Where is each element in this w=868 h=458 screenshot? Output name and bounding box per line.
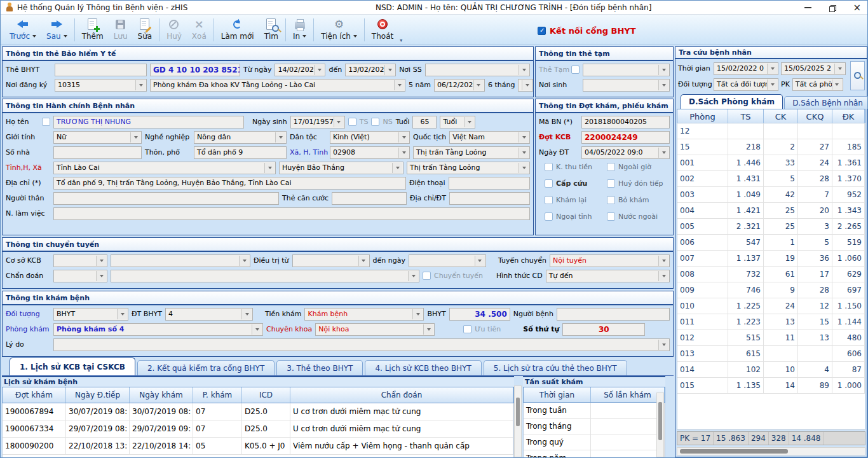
- toolbar-overflow-icon[interactable]: ▾: [400, 38, 402, 43]
- chevron-down-icon[interactable]: [412, 309, 423, 319]
- bhyt-connect-checkbox[interactable]: [538, 27, 546, 35]
- add-button[interactable]: Thêm: [77, 15, 109, 45]
- ho-ten-input[interactable]: TRƯƠNG THỊ NHUNG: [53, 116, 244, 128]
- save-button[interactable]: Lưu: [109, 15, 133, 45]
- edit-button[interactable]: Sửa: [133, 15, 158, 45]
- dropdown-caret-icon[interactable]: [302, 35, 306, 38]
- lookup-row[interactable]: 15218227185: [677, 139, 865, 155]
- chevron-down-icon[interactable]: [398, 148, 409, 158]
- lookup-col-header[interactable]: ĐK: [832, 109, 865, 124]
- lookup-row[interactable]: 0125151113480: [677, 330, 865, 346]
- tab-danh-sach-benh-nhan[interactable]: D.Sách Bệnh nhân: [784, 96, 868, 109]
- lookup-row[interactable]: 00654715519: [677, 235, 865, 251]
- lookup-row[interactable]: 0087326117629: [677, 267, 865, 282]
- chevron-down-icon[interactable]: [767, 80, 777, 90]
- can-cuoc-input[interactable]: [332, 192, 407, 205]
- lookup-row[interactable]: 12: [677, 123, 865, 139]
- ngoai-gio-checkbox-item[interactable]: Ngoài giờ: [607, 163, 669, 171]
- frequency-row[interactable]: Trong quý: [524, 434, 665, 450]
- chan-doan-code-combo[interactable]: [53, 270, 107, 282]
- chevron-down-icon[interactable]: [475, 256, 485, 266]
- lookup-row[interactable]: 0151 .13514891 .000: [677, 378, 865, 394]
- lookup-col-header[interactable]: TS: [728, 109, 764, 124]
- lookup-row[interactable]: 0021 .4315281 .370: [677, 171, 865, 187]
- chan-doan-name-combo[interactable]: [111, 270, 419, 282]
- doi-tuong-combo[interactable]: BHYT: [53, 308, 128, 321]
- chuyen-khoa-combo[interactable]: Nội khoa: [315, 323, 435, 336]
- frequency-row[interactable]: Trong tháng: [524, 419, 665, 434]
- checkbox[interactable]: [545, 196, 553, 204]
- chevron-down-icon[interactable]: [423, 324, 433, 335]
- checkbox[interactable]: [607, 196, 615, 204]
- history-row[interactable]: 180009020022/10/2018 13:22/10/2018 14:05…: [3, 438, 513, 455]
- lookup-row[interactable]: 0031 .049427952: [677, 187, 865, 203]
- nuoc-ngoai-checkbox-item[interactable]: Nước ngoài: [607, 212, 669, 221]
- checkbox[interactable]: [607, 163, 615, 171]
- bhyt-connect-toggle[interactable]: Kết nối cổng BHYT: [538, 26, 636, 36]
- frequency-col-header[interactable]: Số lần khám: [591, 387, 665, 402]
- chevron-down-icon[interactable]: [658, 65, 668, 75]
- noi-lam-viec-input[interactable]: [53, 207, 530, 220]
- ma-bn-input[interactable]: 20181800040205: [581, 116, 670, 128]
- chuyen-tuyen-checkbox[interactable]: [423, 272, 431, 280]
- lookup-row[interactable]: 0041 .42125201 .343: [677, 203, 865, 219]
- print-button[interactable]: In: [288, 15, 311, 45]
- restore-icon[interactable]: [829, 5, 835, 11]
- ho-ten-checkbox[interactable]: [42, 118, 50, 126]
- dia-chi-dt-input[interactable]: [449, 192, 530, 205]
- dropdown-caret-icon[interactable]: [353, 35, 357, 38]
- tu-ngay-combo[interactable]: 14/02/2022: [275, 64, 325, 76]
- nguoi-than-input[interactable]: [53, 192, 279, 205]
- history-col-header[interactable]: Ngày khám: [130, 387, 193, 403]
- chevron-down-icon[interactable]: [834, 64, 844, 74]
- frequency-row[interactable]: Trong tuần: [524, 403, 665, 419]
- history-col-header[interactable]: Chẩn đoán: [290, 387, 513, 403]
- chevron-down-icon[interactable]: [464, 117, 474, 127]
- huyen-combo[interactable]: Huyện Bảo Thắng: [279, 162, 403, 174]
- gioi-tinh-combo[interactable]: Nữ: [53, 131, 142, 144]
- ngay-sinh-combo[interactable]: 17/01/1957: [290, 116, 345, 128]
- tab-danh-sach-phong-kham[interactable]: D.Sách Phòng khám: [681, 94, 783, 109]
- frequency-col-header[interactable]: Thời gian: [524, 387, 591, 402]
- tab-ket-qua-kiem-tra-cong-bhyt[interactable]: 2. Kết quả kiểm tra cổng BHYT: [137, 360, 275, 375]
- ly-do-combo[interactable]: [53, 338, 670, 351]
- delete-button[interactable]: × Xoá: [187, 15, 212, 45]
- forward-button[interactable]: Sau: [41, 15, 72, 45]
- close-icon[interactable]: ×: [853, 3, 861, 13]
- noi-sinh-combo[interactable]: [583, 79, 670, 92]
- chevron-down-icon[interactable]: [392, 163, 402, 173]
- lookup-col-header[interactable]: CKQ: [798, 109, 832, 124]
- chevron-down-icon[interactable]: [519, 132, 529, 142]
- tab-lich-su-kcb-tai-cskcb[interactable]: 1. Lịch sử KCB tại CSKCB: [10, 357, 135, 375]
- lookup-doi-tuong-combo[interactable]: Tất cả đối tượn: [714, 78, 778, 91]
- checkbox[interactable]: [607, 212, 615, 221]
- chevron-down-icon[interactable]: [658, 340, 668, 350]
- checkbox[interactable]: [545, 179, 553, 188]
- minimize-icon[interactable]: [804, 7, 811, 8]
- dot-kcb-input[interactable]: 2200024249: [581, 131, 670, 144]
- xa-code-combo[interactable]: 02908: [330, 146, 410, 159]
- uu-tien-checkbox[interactable]: [463, 325, 471, 333]
- nam5-combo[interactable]: 06/12/2025: [434, 79, 485, 92]
- chevron-down-icon[interactable]: [264, 163, 275, 173]
- nghe-nghiep-combo[interactable]: Nông dân: [194, 131, 287, 144]
- chevron-down-icon[interactable]: [130, 132, 140, 142]
- tuoi-unit-combo[interactable]: Tuổi: [440, 116, 475, 128]
- tab-the-theo-bhyt[interactable]: 3. Thẻ theo BHYT: [276, 360, 363, 375]
- dieu-tri-combo[interactable]: [292, 254, 370, 267]
- chevron-down-icon[interactable]: [522, 80, 532, 90]
- chevron-down-icon[interactable]: [398, 132, 409, 142]
- tab-lich-su-tra-cuu-the-theo-bhyt[interactable]: 5. Lịch sử tra cứu thẻ theo BHYT: [484, 360, 627, 375]
- thon-pho-input[interactable]: Tổ dân phố 9: [194, 146, 287, 159]
- ngoai-tinh-checkbox-item[interactable]: Ngoại tỉnh: [545, 212, 607, 221]
- chevron-down-icon[interactable]: [314, 65, 324, 75]
- chevron-down-icon[interactable]: [358, 256, 369, 266]
- lookup-row[interactable]: 01410210487: [677, 362, 865, 378]
- xa-combo[interactable]: Thị trấn Tằng Loỏng: [407, 162, 530, 174]
- tuoi-input[interactable]: 65: [412, 116, 437, 128]
- den-combo[interactable]: 13/02/2023: [345, 64, 396, 76]
- chevron-down-icon[interactable]: [658, 80, 668, 90]
- lookup-horizontal-scrollbar[interactable]: [677, 447, 865, 455]
- chevron-down-icon[interactable]: [519, 163, 529, 173]
- kham-lai-checkbox-item[interactable]: Khám lại: [545, 196, 607, 204]
